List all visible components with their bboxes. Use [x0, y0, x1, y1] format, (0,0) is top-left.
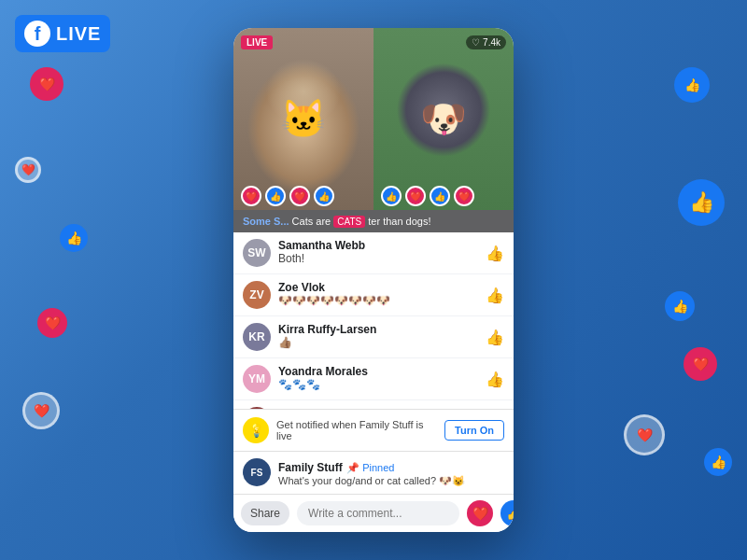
- comment-input[interactable]: [297, 501, 459, 525]
- avatar-samantha: SW: [243, 239, 271, 267]
- live-label: LIVE: [56, 23, 101, 45]
- pinned-page-name: Family Stuff: [278, 461, 343, 474]
- reaction-like-1: 👍: [265, 186, 286, 206]
- reaction-like-4: 👍: [430, 186, 450, 206]
- question-text: Cats are: [292, 216, 334, 227]
- comment-like-4[interactable]: 👍: [486, 371, 504, 388]
- left-video-reactions: ❤️ 👍 ❤️ 👍: [233, 173, 374, 210]
- comment-like-2[interactable]: 👍: [486, 287, 504, 304]
- reaction-heart-1: ❤️: [241, 186, 261, 206]
- float-heart-6: ❤️: [624, 414, 665, 455]
- comment-item-5: SC Sarah Xanne Caines CATS 👍: [233, 400, 514, 409]
- video-right-dog: 🐶 ♡ 7.4k 👍 ❤️ 👍 ❤️: [374, 28, 514, 210]
- pinned-header: Family Stuff 📌 Pinned: [278, 458, 465, 475]
- turn-on-button[interactable]: Turn On: [444, 420, 504, 441]
- comments-section: SW Samantha Webb Both! 👍 ZV Zoe Vlok 🐶🐶🐶…: [233, 232, 514, 409]
- comment-text-2: 🐶🐶🐶🐶🐶🐶🐶🐶: [278, 294, 478, 307]
- pinned-content: What's your dog/and or cat called? 🐶😺: [278, 475, 465, 487]
- comment-item-4: YM Yoandra Morales 🐾🐾🐾 👍: [233, 358, 514, 400]
- like-button-bottom[interactable]: 👍: [500, 500, 514, 526]
- comment-input-bar: Share ❤️ 👍: [233, 494, 514, 532]
- video-left-cat: 🐱 LIVE ❤️ 👍 ❤️ 👍: [233, 28, 374, 210]
- question-rest: ter than dogs!: [368, 216, 430, 227]
- heart-button-bottom[interactable]: ❤️: [467, 500, 493, 526]
- float-heart-4: ❤️: [22, 392, 60, 429]
- float-like-5: 👍: [704, 448, 732, 476]
- comment-text-1: Both!: [278, 252, 478, 265]
- reaction-like-3: 👍: [381, 186, 402, 206]
- pinned-text: Family Stuff 📌 Pinned What's your dog/an…: [278, 458, 465, 487]
- notification-bar: 💡 Get notified when Family Stuff is live…: [233, 409, 514, 451]
- float-like-1: 👍: [60, 224, 88, 252]
- float-like-3: 👍: [678, 179, 725, 226]
- viewer-count: ♡ 7.4k: [466, 35, 506, 49]
- float-like-2: 👍: [674, 67, 710, 103]
- comment-body-1: Samantha Webb Both!: [278, 239, 478, 265]
- pinned-post: FS Family Stuff 📌 Pinned What's your dog…: [233, 451, 514, 494]
- cats-label: CATS: [333, 216, 365, 228]
- avatar-yoandra: YM: [243, 365, 271, 393]
- notification-text: Get notified when Family Stuff is live: [276, 419, 437, 441]
- float-heart-5: ❤️: [684, 347, 717, 381]
- reaction-heart-3: ❤️: [405, 186, 426, 206]
- comment-like-1[interactable]: 👍: [486, 245, 504, 262]
- fb-logo-icon: f: [24, 21, 50, 47]
- comment-item-2: ZV Zoe Vlok 🐶🐶🐶🐶🐶🐶🐶🐶 👍: [233, 274, 514, 316]
- reaction-like-2: 👍: [314, 186, 334, 206]
- video-section: 🐱 LIVE ❤️ 👍 ❤️ 👍 🐶 ♡ 7.4k 👍 ❤️ 👍 ❤️: [233, 28, 514, 210]
- comment-text-3: 👍🏽: [278, 336, 478, 349]
- comment-name-1: Samantha Webb: [278, 239, 478, 252]
- float-heart-3: ❤️: [37, 308, 67, 338]
- comment-item-3: KR Kirra Ruffy-Larsen 👍🏽 👍: [233, 316, 514, 358]
- comment-like-3[interactable]: 👍: [486, 329, 504, 346]
- avatar-family-stuff: FS: [243, 458, 271, 486]
- phone-frame: 🐱 LIVE ❤️ 👍 ❤️ 👍 🐶 ♡ 7.4k 👍 ❤️ 👍 ❤️ Some: [233, 28, 514, 532]
- comment-body-3: Kirra Ruffy-Larsen 👍🏽: [278, 323, 478, 349]
- right-video-reactions: 👍 ❤️ 👍 ❤️: [374, 173, 514, 210]
- reaction-heart-4: ❤️: [454, 186, 474, 206]
- float-heart-2: ❤️: [15, 157, 41, 183]
- fb-live-badge: f LIVE: [15, 15, 110, 52]
- question-asker: Some S...: [243, 216, 289, 227]
- reaction-heart-2: ❤️: [289, 186, 310, 206]
- float-heart-1: ❤️: [30, 67, 63, 101]
- comment-body-2: Zoe Vlok 🐶🐶🐶🐶🐶🐶🐶🐶: [278, 281, 478, 307]
- comment-text-4: 🐾🐾🐾: [278, 378, 478, 391]
- share-button[interactable]: Share: [241, 501, 289, 525]
- comment-body-4: Yoandra Morales 🐾🐾🐾: [278, 365, 478, 391]
- notification-icon: 💡: [243, 417, 269, 443]
- comment-name-4: Yoandra Morales: [278, 365, 478, 378]
- comment-item-1: SW Samantha Webb Both! 👍: [233, 232, 514, 274]
- comment-name-2: Zoe Vlok: [278, 281, 478, 294]
- comment-name-3: Kirra Ruffy-Larsen: [278, 323, 478, 336]
- live-indicator: LIVE: [241, 35, 273, 49]
- question-bar: Some S... Cats are CATS ter than dogs!: [233, 210, 514, 232]
- avatar-kirra: KR: [243, 323, 271, 351]
- avatar-zoe: ZV: [243, 281, 271, 309]
- pinned-badge: 📌 Pinned: [346, 462, 394, 473]
- float-like-4: 👍: [665, 291, 695, 321]
